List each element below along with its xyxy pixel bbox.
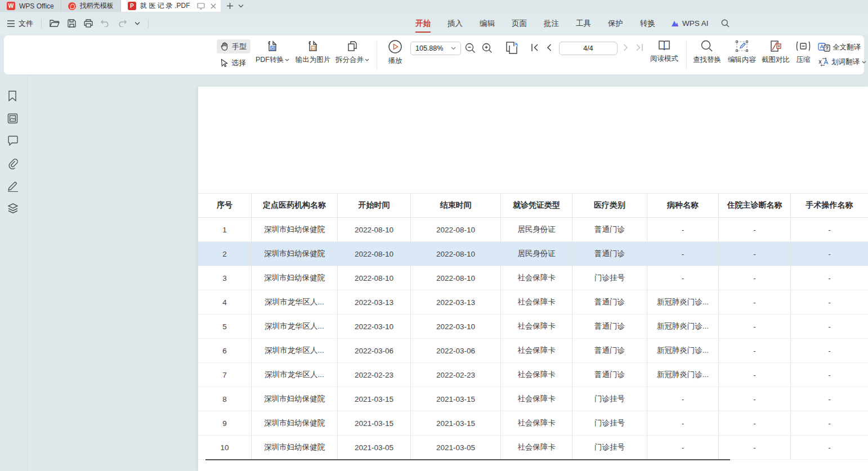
play-button[interactable]: 播放 <box>383 39 407 66</box>
menu-home[interactable]: 开始 <box>407 12 439 35</box>
close-tab-icon[interactable] <box>211 3 216 9</box>
split-merge-button[interactable]: 拆分合并 <box>333 39 372 65</box>
new-tab-plus-icon[interactable] <box>226 2 234 10</box>
word-translate-button[interactable]: 划词翻译 <box>818 55 866 69</box>
table-row[interactable]: 2深圳市妇幼保健院2022-08-102022-08-10居民身份证普通门诊--… <box>198 242 868 266</box>
wps-ai-button[interactable]: WPS AI <box>664 19 715 28</box>
table-cell: 8 <box>198 387 252 411</box>
menu-tools[interactable]: 工具 <box>567 12 599 35</box>
zoom-level-value: 105.88% <box>415 44 443 52</box>
tab-bar: W WPS Office 找稻壳模板 P 就 医 记 录 .PDF <box>0 0 868 12</box>
read-mode-button[interactable]: 阅读模式 <box>648 39 681 64</box>
menu-comment[interactable]: 批注 <box>535 12 567 35</box>
zoom-in-icon[interactable] <box>482 43 493 53</box>
word-translate-icon <box>818 57 829 66</box>
export-image-button[interactable]: 输出为图片 <box>292 39 334 65</box>
table-row[interactable]: 10深圳市妇幼保健院2021-03-052021-03-05社会保障卡门诊挂号-… <box>198 436 868 460</box>
table-cell: 2022-08-10 <box>411 242 501 266</box>
table-cell: 深圳市龙华区人... <box>252 290 338 314</box>
present-monitor-icon[interactable] <box>197 3 205 10</box>
full-translate-button[interactable]: 全文翻译 <box>818 40 866 55</box>
attachment-icon[interactable] <box>7 158 19 169</box>
table-cell: 深圳市妇幼保健院 <box>252 218 338 241</box>
select-tool-label: 选择 <box>231 58 246 68</box>
table-cell: 深圳市妇幼保健院 <box>252 411 338 435</box>
table-cell: 1 <box>198 218 252 241</box>
table-cell: 6 <box>198 339 252 362</box>
table-cell: 深圳市妇幼保健院 <box>252 242 338 266</box>
compress-icon <box>796 39 811 53</box>
print-icon[interactable] <box>84 19 93 28</box>
menu-search-icon[interactable] <box>715 19 735 28</box>
table-row[interactable]: 1深圳市妇幼保健院2022-08-102022-08-10居民身份证普通门诊--… <box>198 218 868 242</box>
menu-page[interactable]: 页面 <box>503 12 535 35</box>
edit-content-icon <box>735 39 749 53</box>
table-cell: 2021-03-05 <box>338 436 411 459</box>
zoom-level-select[interactable]: 105.88% <box>410 42 461 55</box>
wps-ai-label: WPS AI <box>682 19 709 28</box>
compress-button[interactable]: 压缩 <box>792 39 815 65</box>
table-cell: 深圳市妇幼保健院 <box>252 266 338 290</box>
table-row[interactable]: 4深圳市龙华区人...2022-03-132022-03-13社会保障卡普通门诊… <box>198 290 868 315</box>
pdf-convert-button[interactable]: PDF转换 <box>254 39 291 65</box>
table-header-cell: 手术操作名称 <box>791 194 868 217</box>
prev-page-icon[interactable] <box>546 43 552 52</box>
table-cell: 2021-03-15 <box>411 387 501 411</box>
table-row[interactable]: 3深圳市妇幼保健院2022-08-102022-08-10社会保障卡门诊挂号--… <box>198 266 868 290</box>
zoom-out-icon[interactable] <box>465 43 476 53</box>
menu-edit[interactable]: 编辑 <box>471 12 503 35</box>
table-body: 1深圳市妇幼保健院2022-08-102022-08-10居民身份证普通门诊--… <box>198 218 868 460</box>
wps-ai-logo-icon <box>670 20 679 28</box>
save-icon[interactable] <box>68 19 76 28</box>
first-page-icon[interactable] <box>531 43 539 52</box>
menu-convert[interactable]: 转换 <box>632 12 664 35</box>
table-cell: 新冠肺炎门诊... <box>647 290 719 314</box>
tab-document-pdf[interactable]: P 就 医 记 录 .PDF <box>121 0 221 12</box>
table-row[interactable]: 8深圳市妇幼保健院2021-03-152021-03-15社会保障卡门诊挂号--… <box>198 387 868 411</box>
table-cell: 7 <box>198 363 252 387</box>
hand-tool-button[interactable]: 手型 <box>217 39 250 53</box>
pdf-page[interactable]: 序号定点医药机构名称开始时间结束时间就诊凭证类型医疗类别病种名称住院主诊断名称手… <box>198 87 868 471</box>
signature-pen-icon[interactable] <box>7 181 19 192</box>
page-indicator-input[interactable]: 4/4 <box>559 42 618 55</box>
quick-access-chevron-icon[interactable] <box>135 21 140 25</box>
next-page-icon[interactable] <box>623 43 629 52</box>
table-header-cell: 就诊凭证类型 <box>501 194 572 217</box>
tab-docer-templates[interactable]: 找稻壳模板 <box>61 0 121 12</box>
table-row[interactable]: 7深圳市龙华区人...2022-02-232022-02-23社会保障卡普通门诊… <box>198 363 868 387</box>
last-page-icon[interactable] <box>636 43 643 52</box>
split-merge-icon <box>346 39 359 53</box>
table-row[interactable]: 5深圳市龙华区人...2022-03-102022-03-10社会保障卡普通门诊… <box>198 315 868 339</box>
table-cell: 社会保障卡 <box>501 290 572 314</box>
layers-icon[interactable] <box>7 203 19 214</box>
table-row[interactable]: 6深圳市龙华区人...2022-03-062022-03-06社会保障卡普通门诊… <box>198 339 868 363</box>
page-thumbnails-icon[interactable] <box>505 41 520 55</box>
table-cell: - <box>719 436 791 459</box>
table-cell: - <box>719 266 791 290</box>
chevron-down-icon <box>285 59 289 61</box>
file-menu-button[interactable]: 文件 <box>7 19 33 29</box>
table-cell: - <box>719 218 791 241</box>
open-file-icon[interactable] <box>50 19 60 28</box>
tab-list-chevron-icon[interactable] <box>238 4 244 8</box>
redo-icon[interactable] <box>118 20 127 27</box>
find-replace-button[interactable]: 查找替换 <box>690 39 724 65</box>
edit-content-button[interactable]: 编辑内容 <box>724 39 759 65</box>
tab-label: 就 医 记 录 .PDF <box>140 1 190 11</box>
undo-icon[interactable] <box>101 20 110 27</box>
comments-panel-icon[interactable] <box>7 136 19 146</box>
bookmark-icon[interactable] <box>7 91 17 102</box>
tab-label: WPS Office <box>19 2 54 10</box>
menu-protect[interactable]: 保护 <box>599 12 632 35</box>
tab-wps-home[interactable]: W WPS Office <box>0 0 61 12</box>
screenshot-compare-button[interactable]: 截图对比 <box>758 39 793 65</box>
table-row[interactable]: 9深圳市妇幼保健院2021-03-152021-03-15社会保障卡门诊挂号--… <box>198 411 868 436</box>
thumbnail-panel-icon[interactable] <box>7 113 18 124</box>
table-cell: - <box>791 436 868 459</box>
screenshot-compare-label: 截图对比 <box>762 55 790 65</box>
table-cell: - <box>791 290 868 314</box>
select-tool-button[interactable]: 选择 <box>217 56 250 70</box>
table-header-row: 序号定点医药机构名称开始时间结束时间就诊凭证类型医疗类别病种名称住院主诊断名称手… <box>198 194 868 218</box>
menu-insert[interactable]: 插入 <box>439 12 471 35</box>
table-cell: 社会保障卡 <box>501 266 572 290</box>
